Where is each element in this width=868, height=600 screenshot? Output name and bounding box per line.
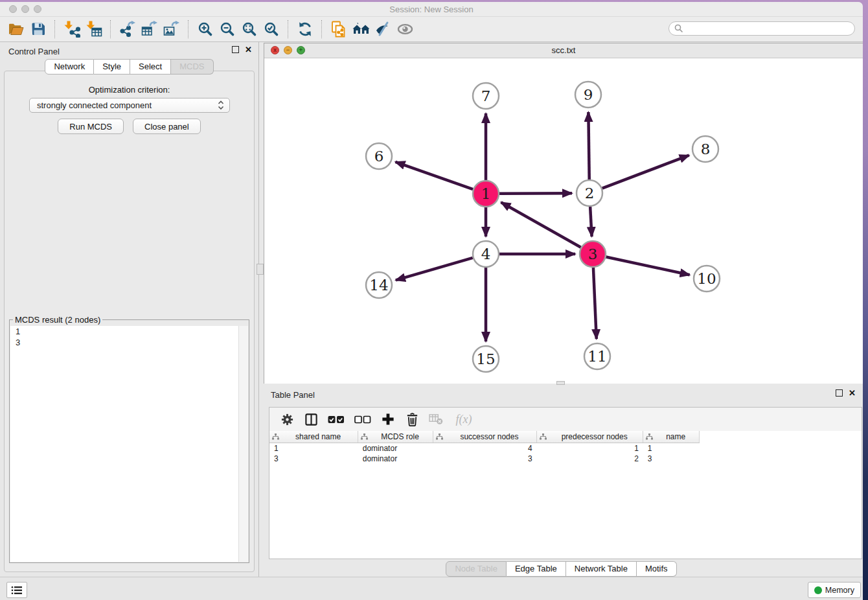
home-layout-icon[interactable]	[350, 19, 372, 39]
tab-style[interactable]: Style	[94, 59, 130, 75]
mcds-tab-pane: Optimization criterion: strongly connect…	[4, 71, 255, 572]
tab-select[interactable]: Select	[130, 59, 171, 75]
graph-node-label: 1	[481, 185, 491, 202]
table-cell[interactable]: 3	[643, 454, 700, 464]
mcds-result-title: MCDS result (2 nodes)	[13, 315, 102, 325]
dropdown-stepper-icon	[218, 100, 224, 110]
table-settings-gear-icon[interactable]	[279, 411, 295, 428]
column-header-successor-nodes[interactable]: successor nodes	[433, 431, 536, 443]
column-header-shared-name[interactable]: shared name	[269, 431, 358, 443]
run-mcds-button[interactable]: Run MCDS	[58, 119, 124, 134]
import-network-icon[interactable]	[61, 19, 83, 39]
clone-network-icon[interactable]	[328, 19, 350, 39]
edge-3-10[interactable]	[606, 257, 690, 275]
graph-node-label: 10	[697, 270, 716, 287]
memory-status-button[interactable]: Memory	[808, 582, 861, 598]
tab-node-table[interactable]: Node Table	[446, 561, 507, 577]
mcds-result-list[interactable]: 13	[10, 326, 248, 562]
add-column-icon[interactable]	[380, 411, 396, 428]
main-titlebar[interactable]: Session: New Session	[0, 2, 863, 17]
graph-node-label: 11	[588, 348, 606, 365]
close-panel-button[interactable]: Close panel	[133, 119, 201, 134]
tab-motifs[interactable]: Motifs	[637, 561, 677, 577]
graph-node-label: 15	[476, 351, 495, 367]
import-table-icon[interactable]	[83, 19, 105, 39]
node-table-container: f(x) shared nameMCDS rolesuccessor nodes…	[269, 407, 862, 559]
node-table[interactable]: shared nameMCDS rolesuccessor nodesprede…	[269, 431, 862, 464]
table-header-filler	[699, 431, 862, 443]
optimization-criterion-dropdown[interactable]: strongly connected component	[29, 98, 230, 113]
zoom-in-icon[interactable]	[194, 19, 216, 39]
edge-4-14[interactable]	[396, 258, 473, 281]
zoom-selected-icon[interactable]	[260, 19, 282, 39]
save-session-icon[interactable]	[27, 19, 49, 39]
tab-edge-table[interactable]: Edge Table	[507, 561, 566, 577]
edge-2-3[interactable]	[590, 207, 591, 237]
delete-column-icon[interactable]	[404, 411, 420, 428]
table-cell[interactable]: 1	[643, 443, 700, 454]
table-cell[interactable]: dominator	[358, 443, 433, 454]
tab-network-table[interactable]: Network Table	[566, 561, 637, 577]
function-builder-icon: f(x)	[451, 411, 476, 428]
memory-label: Memory	[825, 586, 854, 595]
split-panel-icon[interactable]	[303, 411, 319, 428]
table-cell[interactable]: 3	[269, 454, 358, 464]
edge-3-11[interactable]	[593, 268, 597, 339]
export-image-icon[interactable]	[161, 19, 183, 39]
mcds-result-node: 3	[10, 337, 248, 348]
export-network-icon[interactable]	[117, 19, 139, 39]
graph-node-label: 14	[369, 277, 388, 294]
table-row[interactable]: 1dominator411	[269, 443, 862, 454]
close-table-panel-icon[interactable]: ✕	[849, 389, 856, 397]
deselect-all-columns-icon[interactable]	[353, 411, 372, 428]
table-row[interactable]: 3dominator323	[269, 454, 862, 464]
refresh-view-icon[interactable]	[294, 19, 316, 39]
float-table-panel-icon[interactable]	[836, 389, 843, 397]
network-view-window: x − + scc.txt 7968124314101511	[264, 43, 863, 384]
show-hide-panel-icon[interactable]	[394, 19, 416, 39]
zoom-fit-icon[interactable]	[238, 19, 260, 39]
graph-node-label: 4	[481, 246, 491, 262]
toolbar-separator	[321, 20, 323, 38]
export-table-icon[interactable]	[139, 19, 161, 39]
edge-2-8[interactable]	[602, 156, 689, 189]
tab-network[interactable]: Network	[45, 59, 94, 75]
vertical-divider-grip[interactable]	[257, 264, 264, 275]
search-field[interactable]	[668, 21, 855, 36]
table-cell[interactable]: dominator	[358, 454, 433, 464]
horizontal-divider-grip[interactable]	[556, 381, 565, 385]
column-header-MCDS-role[interactable]: MCDS role	[358, 431, 433, 443]
float-panel-icon[interactable]	[232, 46, 239, 53]
result-scrollbar[interactable]	[238, 326, 248, 562]
main-toolbar	[0, 17, 863, 42]
edge-3-1[interactable]	[501, 202, 581, 247]
table-cell[interactable]: 3	[433, 454, 536, 464]
open-session-icon[interactable]	[5, 19, 27, 39]
table-cell[interactable]: 2	[537, 454, 643, 464]
tab-mcds[interactable]: MCDS	[171, 59, 213, 75]
table-cell[interactable]: 1	[537, 443, 643, 454]
table-panel: Table Panel ✕	[260, 386, 863, 577]
application-window: Session: New Session	[0, 2, 863, 600]
edge-1-2[interactable]	[499, 193, 572, 194]
close-panel-icon[interactable]: ✕	[245, 46, 252, 53]
graphics-details-icon[interactable]	[372, 19, 394, 39]
task-history-button[interactable]	[6, 582, 27, 598]
edge-1-6[interactable]	[395, 162, 473, 189]
status-bar: Memory	[0, 577, 863, 600]
network-window-titlebar[interactable]: x − + scc.txt	[264, 43, 863, 58]
column-header-name[interactable]: name	[643, 431, 700, 443]
table-cell[interactable]: 4	[433, 443, 536, 454]
control-panel-tabs: NetworkStyleSelectMCDS	[0, 59, 258, 75]
table-panel-title: Table Panel	[271, 390, 315, 400]
zoom-out-icon[interactable]	[216, 19, 238, 39]
column-header-predecessor-nodes[interactable]: predecessor nodes	[537, 431, 643, 443]
network-graph[interactable]: 7968124314101511	[264, 58, 863, 384]
graph-node-label: 3	[588, 246, 598, 262]
edge-2-9[interactable]	[588, 112, 589, 179]
table-cell[interactable]: 1	[269, 443, 358, 454]
search-input[interactable]	[687, 23, 854, 34]
network-canvas[interactable]: 7968124314101511	[264, 58, 863, 384]
search-icon	[674, 24, 683, 33]
select-all-columns-icon[interactable]	[326, 411, 346, 428]
